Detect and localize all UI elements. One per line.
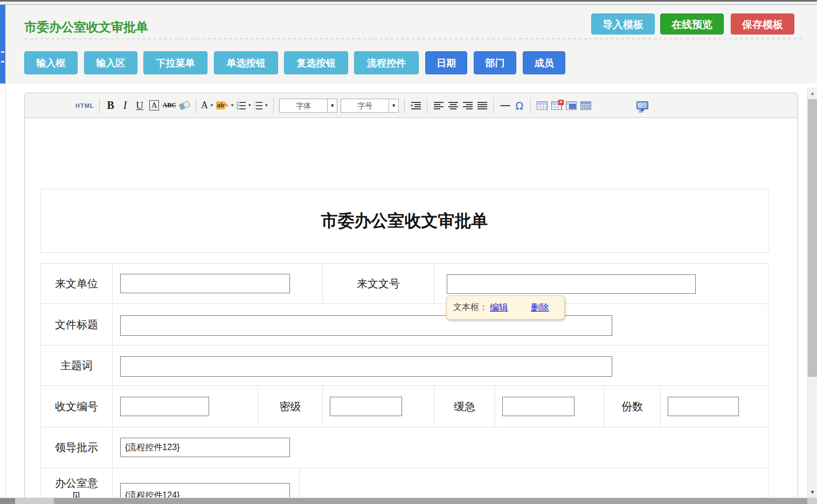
urgency-label-cell: 缓急 xyxy=(434,386,495,427)
urgency-input[interactable] xyxy=(502,397,574,416)
html-source-icon[interactable]: HTML xyxy=(74,98,95,114)
toolbar-separator xyxy=(493,98,494,113)
eraser-icon[interactable] xyxy=(177,98,192,114)
doc-number-input[interactable] xyxy=(447,274,696,294)
unordered-list-icon[interactable]: ••• ▼ xyxy=(253,98,269,114)
tooltip-edit-link[interactable]: 编辑 xyxy=(490,301,508,314)
source-unit-label-cell: 来文单位 xyxy=(41,264,113,304)
horizontal-scrollbar[interactable] xyxy=(0,498,817,504)
fullscreen-icon[interactable] xyxy=(635,98,649,114)
source-unit-input[interactable] xyxy=(120,274,290,293)
font-family-select[interactable]: 字体 ▼ xyxy=(279,99,337,113)
leader-note-label-cell: 领导批示 xyxy=(41,427,113,468)
add-radio-button[interactable]: 单选按钮 xyxy=(214,51,278,74)
scroll-down-icon[interactable]: ▼ xyxy=(808,487,817,498)
align-justify-icon[interactable] xyxy=(475,98,489,114)
table-properties-icon[interactable] xyxy=(578,98,593,114)
header-divider xyxy=(24,38,802,39)
bold-icon[interactable]: B xyxy=(103,98,118,114)
import-template-button[interactable]: 导入模板 xyxy=(591,13,655,34)
control-tooltip: 文本框： 编辑 删除 xyxy=(446,295,565,320)
left-divider xyxy=(5,84,6,504)
doc-title-label-cell: 文件标题 xyxy=(41,304,113,346)
add-date-button[interactable]: 日期 xyxy=(425,51,467,74)
toolbar-separator xyxy=(196,98,196,113)
receipt-no-label-cell: 收文编号 xyxy=(41,386,113,427)
form-title: 市委办公室收文审批单 xyxy=(41,189,768,252)
security-input[interactable] xyxy=(330,397,402,416)
scrollbar-corner xyxy=(0,498,15,504)
toolbar-separator xyxy=(273,98,274,113)
copies-input[interactable] xyxy=(668,397,739,416)
italic-icon[interactable]: I xyxy=(118,98,133,114)
accent-glyph xyxy=(1,51,4,53)
underline-icon[interactable]: U xyxy=(133,98,147,114)
highlight-color-icon[interactable]: ab✎▼ xyxy=(215,98,236,114)
save-template-button[interactable]: 保存模板 xyxy=(731,13,794,34)
cell-properties-icon[interactable] xyxy=(564,98,578,114)
toolbar-separator xyxy=(427,98,427,113)
add-flow-control-button[interactable]: 流程控件 xyxy=(354,51,419,74)
horizontal-rule-icon[interactable]: — xyxy=(497,98,512,114)
strikethrough-icon[interactable]: ABC xyxy=(162,98,177,114)
leader-note-input[interactable]: {流程控件123} xyxy=(120,438,290,457)
horizontal-scrollbar-thumb[interactable] xyxy=(54,498,807,504)
special-character-icon[interactable]: Ω xyxy=(512,98,527,114)
align-right-icon[interactable] xyxy=(460,98,475,114)
add-department-button[interactable]: 部门 xyxy=(474,51,516,74)
left-accent-bar xyxy=(0,5,5,84)
toolbar-separator xyxy=(99,98,100,113)
copies-label-cell: 份数 xyxy=(604,386,661,427)
window-top-edge xyxy=(0,0,817,5)
scroll-up-icon[interactable]: ▲ xyxy=(808,88,817,99)
insert-table-icon[interactable] xyxy=(535,98,549,114)
editor-canvas[interactable]: 市委办公室收文审批单 来文单位 来文文号 文件标题 主题词 xyxy=(25,118,798,504)
security-label-cell: 密级 xyxy=(258,386,323,427)
add-member-button[interactable]: 成员 xyxy=(523,51,565,74)
subject-label-cell: 主题词 xyxy=(41,346,113,386)
text-style-icon[interactable]: A xyxy=(147,98,162,114)
font-size-select[interactable]: 字号 ▼ xyxy=(341,99,399,113)
add-dropdown-button[interactable]: 下拉菜单 xyxy=(143,51,207,74)
ordered-list-icon[interactable]: 123 ▼ xyxy=(236,98,253,114)
scrollbar-thumb[interactable] xyxy=(808,99,817,377)
chevron-down-icon[interactable]: ▼ xyxy=(327,99,337,112)
tooltip-label: 文本框： xyxy=(453,302,488,313)
add-checkbox-button[interactable]: 复选按钮 xyxy=(284,51,348,74)
form-table: 来文单位 来文文号 文件标题 主题词 收文编号 密级 xyxy=(40,263,768,504)
form-title-table: 市委办公室收文审批单 xyxy=(40,189,768,253)
tooltip-delete-link[interactable]: 删除 xyxy=(531,301,549,314)
receipt-no-input[interactable] xyxy=(120,397,209,416)
indent-icon[interactable] xyxy=(408,98,423,114)
add-input-area-button[interactable]: 输入区 xyxy=(84,51,137,74)
font-color-icon[interactable]: A▼ xyxy=(200,98,215,114)
add-input-box-button[interactable]: 输入框 xyxy=(24,51,78,74)
vertical-scrollbar[interactable]: ▲ ▼ xyxy=(807,88,817,498)
delete-table-icon[interactable]: ✕ xyxy=(549,98,564,114)
align-left-icon[interactable] xyxy=(431,98,446,114)
doc-number-label-cell: 来文文号 xyxy=(323,264,434,304)
toolbar-separator xyxy=(530,98,531,113)
online-preview-button[interactable]: 在线预览 xyxy=(660,13,724,34)
editor-toolbar: HTML B I U A ABC A▼ ab✎▼ 123 ▼ ••• ▼ 字体 … xyxy=(25,93,798,118)
align-center-icon[interactable] xyxy=(446,98,460,114)
header-panel: 市委办公室收文审批单 导入模板 在线预览 保存模板 输入框 输入区 下拉菜单 单… xyxy=(5,5,817,84)
toolbar-separator xyxy=(404,98,405,113)
accent-glyph xyxy=(1,61,4,63)
subject-input[interactable] xyxy=(120,356,612,377)
chevron-down-icon[interactable]: ▼ xyxy=(389,99,398,112)
page-title: 市委办公室收文审批单 xyxy=(24,19,148,36)
form-title-cell: 市委办公室收文审批单 xyxy=(41,189,768,253)
rich-text-editor: HTML B I U A ABC A▼ ab✎▼ 123 ▼ ••• ▼ 字体 … xyxy=(24,93,798,504)
